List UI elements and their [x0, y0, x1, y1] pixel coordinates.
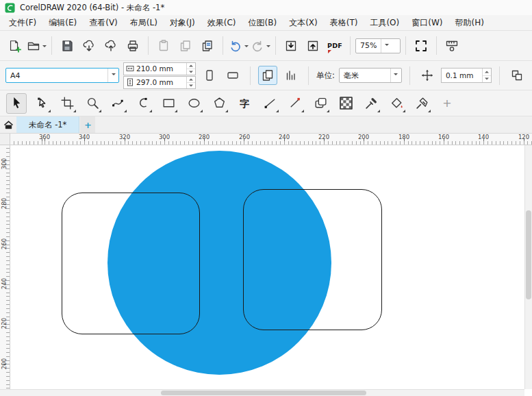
menu-file[interactable]: 文件(F)	[3, 16, 42, 30]
menu-effects[interactable]: 效果(C)	[201, 16, 242, 30]
smart-fill-tool[interactable]	[386, 93, 407, 114]
line-tool[interactable]	[259, 93, 280, 114]
spin-down-icon[interactable]	[187, 82, 195, 88]
publish-pdf-button[interactable]: PDF	[325, 35, 345, 57]
paste-button[interactable]	[153, 35, 174, 57]
save-button[interactable]	[57, 35, 77, 57]
home-button[interactable]	[0, 116, 16, 133]
cloud-upload-icon	[104, 39, 118, 53]
spin-up-icon[interactable]	[187, 63, 195, 69]
page-height-spinner[interactable]	[186, 77, 195, 88]
menu-bitmaps[interactable]: 位图(B)	[242, 16, 283, 30]
vertical-ruler[interactable]: 300 280 260 240 220 200	[0, 145, 10, 389]
canvas-rounded-rect-right[interactable]	[243, 189, 382, 330]
rectangle-tool[interactable]	[158, 93, 179, 114]
vertical-scrollbar[interactable]	[524, 145, 532, 389]
curve-tool[interactable]	[133, 93, 153, 114]
open-button[interactable]	[26, 35, 47, 57]
document-tab-label: 未命名 -1*	[29, 120, 66, 130]
toolbar-separator	[409, 66, 410, 85]
ellipse-tool[interactable]	[183, 93, 204, 114]
crop-tool[interactable]	[57, 93, 77, 114]
horizontal-scrollbar[interactable]	[0, 389, 524, 396]
toolbar-separator	[436, 36, 437, 55]
page-size-select[interactable]: A4	[5, 68, 119, 83]
redo-dropdown-caret[interactable]	[266, 45, 270, 49]
menu-window[interactable]: 窗口(W)	[405, 16, 448, 30]
nudge-spinner[interactable]	[482, 69, 491, 82]
import-icon	[284, 39, 298, 53]
transparency-tool[interactable]	[335, 93, 356, 114]
zoom-level-select[interactable]: 75%	[355, 38, 401, 53]
fullscreen-preview-button[interactable]	[411, 35, 431, 57]
cloud-open-button[interactable]	[79, 35, 99, 57]
canvas-rounded-rect-left[interactable]	[62, 193, 200, 334]
pick-tool[interactable]	[6, 93, 27, 114]
page-height-input[interactable]: 297.0 mm	[123, 76, 196, 89]
paste-icon	[157, 39, 170, 53]
open-dropdown-caret[interactable]	[42, 45, 47, 49]
print-button[interactable]	[123, 35, 143, 57]
text-tool[interactable]: 字	[234, 93, 255, 114]
page-size-dropdown-button[interactable]	[107, 69, 118, 82]
undo-button[interactable]	[228, 35, 249, 57]
menu-tools[interactable]: 工具(O)	[364, 16, 405, 30]
spin-down-icon[interactable]	[187, 69, 195, 75]
ruler-tick-label: 300	[1, 153, 8, 174]
spin-up-icon[interactable]	[187, 77, 195, 82]
duplicate-distance-button[interactable]	[507, 66, 527, 85]
paste-special-button[interactable]	[197, 35, 218, 57]
copy-button[interactable]	[175, 35, 196, 57]
portrait-orientation-button[interactable]	[200, 66, 219, 85]
pen-tool[interactable]	[411, 93, 432, 114]
spin-down-icon[interactable]	[483, 75, 491, 83]
units-dropdown-button[interactable]	[390, 69, 401, 82]
horizontal-scrollbar-thumb[interactable]	[161, 391, 366, 395]
cloud-save-button[interactable]	[101, 35, 121, 57]
page-width-input[interactable]: 210.0 mm	[123, 62, 196, 75]
horizontal-ruler[interactable]: 360 340 320 300 280 260 240 220 200 180 …	[10, 134, 532, 145]
new-document-button[interactable]	[4, 35, 25, 57]
import-button[interactable]	[281, 35, 301, 57]
current-page-size-button[interactable]	[281, 66, 301, 85]
export-button[interactable]	[303, 35, 323, 57]
vertical-scrollbar-thumb[interactable]	[526, 210, 531, 299]
shape-tool[interactable]	[31, 93, 52, 114]
spin-up-icon[interactable]	[483, 69, 491, 75]
document-tab-active[interactable]: 未命名 -1*	[16, 116, 79, 133]
redo-button[interactable]	[250, 35, 270, 57]
eyedropper-tool[interactable]	[361, 93, 381, 114]
zoom-dropdown-button[interactable]	[381, 39, 392, 53]
pentagon-icon	[212, 96, 227, 110]
menu-table[interactable]: 表格(T)	[324, 16, 364, 30]
export-icon	[306, 39, 320, 53]
drawing-area[interactable]: 300 280 260 240 220 200	[0, 145, 532, 396]
all-pages-size-button[interactable]	[258, 66, 277, 85]
toolbar-separator	[308, 66, 309, 85]
units-select[interactable]: 毫米	[339, 68, 402, 83]
polygon-tool[interactable]	[209, 93, 229, 114]
zoom-tool[interactable]	[82, 93, 103, 114]
toolbar-separator	[405, 36, 406, 55]
page-dimensions-group: 210.0 mm 297.0 mm	[123, 62, 196, 89]
undo-dropdown-caret[interactable]	[244, 45, 249, 49]
show-rulers-button[interactable]	[442, 35, 462, 57]
menu-help[interactable]: 帮助(H)	[448, 16, 490, 30]
menu-object[interactable]: 对象(J)	[164, 16, 201, 30]
ruler-tick-label: 220	[318, 134, 329, 140]
menu-layout[interactable]: 布局(L)	[124, 16, 164, 30]
menu-view[interactable]: 查看(V)	[83, 16, 124, 30]
page-width-spinner[interactable]	[186, 63, 195, 75]
new-document-tab-button[interactable]: +	[80, 116, 95, 133]
page-height-icon	[126, 78, 134, 86]
freehand-tool[interactable]	[107, 93, 128, 114]
nudge-distance-input[interactable]: 0.1 mm	[441, 68, 492, 83]
menu-edit[interactable]: 编辑(E)	[42, 16, 83, 30]
document-tab-bar: 未命名 -1* +	[0, 116, 532, 134]
landscape-orientation-button[interactable]	[223, 66, 242, 85]
menu-text[interactable]: 文本(X)	[283, 16, 324, 30]
drop-shadow-tool[interactable]	[310, 93, 331, 114]
bezier-tool[interactable]	[285, 93, 305, 114]
add-tool-button[interactable]: +	[437, 93, 457, 114]
ruler-origin-button[interactable]	[0, 134, 10, 145]
